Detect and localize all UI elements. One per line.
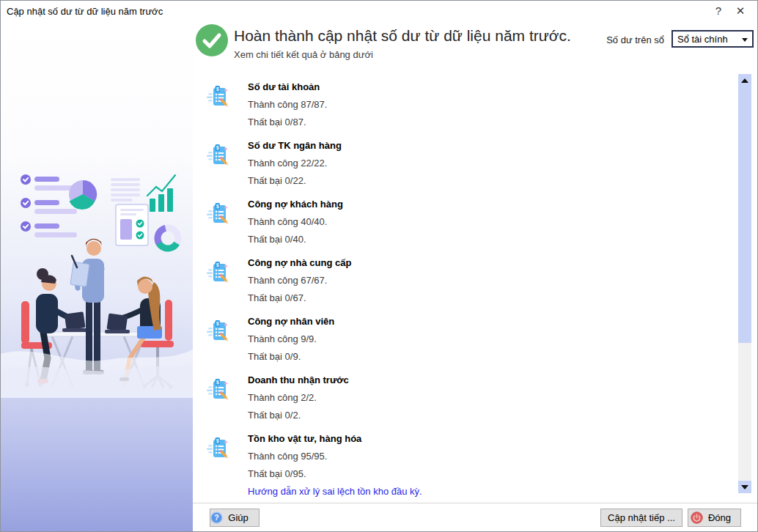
svg-text:$: $ xyxy=(216,262,219,268)
donut-chart-graphic xyxy=(154,224,182,252)
result-success: Thành công 2/2. xyxy=(248,389,349,407)
window-help-button[interactable]: ? xyxy=(710,3,726,19)
result-item-account-balance: $ Số dư tài khoản Thành công 87/87. Thất… xyxy=(206,78,735,131)
book-balance-label: Số dư trên sổ xyxy=(606,34,664,45)
bar-chart-graphic xyxy=(147,175,175,212)
report-card-graphic xyxy=(116,204,148,245)
triangle-down-icon xyxy=(741,485,748,489)
window-title: Cập nhật số dư từ dữ liệu năm trước xyxy=(7,6,163,17)
result-title: Công nợ nhân viên xyxy=(248,313,334,330)
document-edit-icon: $ xyxy=(206,377,231,402)
result-item-employee-debt: $ Công nợ nhân viên Thành công 9/9. Thất… xyxy=(206,313,735,366)
footer-bar: ? Giúp Cập nhật tiếp ... Đóng xyxy=(193,503,757,531)
result-fail: Thất bại 0/2. xyxy=(248,407,349,424)
document-edit-icon: $ xyxy=(206,319,231,344)
scrollbar-thumb[interactable] xyxy=(738,86,751,343)
result-fail: Thất bại 0/67. xyxy=(248,289,351,307)
result-success: Thành công 87/87. xyxy=(248,96,327,114)
scroll-down-button[interactable] xyxy=(738,481,751,493)
result-item-deferred-revenue: $ Doanh thu nhận trước Thành công 2/2. T… xyxy=(206,372,735,424)
continue-update-button[interactable]: Cập nhật tiếp ... xyxy=(600,509,682,527)
dialog-window: Cập nhật số dư từ dữ liệu năm trước ? ✕ xyxy=(0,0,758,532)
result-title: Số dư TK ngân hàng xyxy=(248,137,342,155)
pie-chart-graphic xyxy=(69,180,97,210)
document-edit-icon: $ xyxy=(206,84,231,109)
document-edit-icon: $ xyxy=(206,260,231,285)
result-fail: Thất bại 0/87. xyxy=(248,114,327,131)
svg-text:$: $ xyxy=(216,438,219,444)
checklist-graphic xyxy=(21,174,77,237)
close-button[interactable]: Đóng xyxy=(688,509,741,527)
result-item-bank-balance: $ Số dư TK ngân hàng Thành công 22/22. T… xyxy=(206,137,735,190)
completion-title: Hoàn thành cập nhật số dư từ dữ liệu năm… xyxy=(234,27,571,45)
result-success: Thành công 67/67. xyxy=(248,272,351,289)
svg-text:$: $ xyxy=(216,321,219,327)
vertical-scrollbar[interactable] xyxy=(738,74,751,493)
result-fail: Thất bại 0/40. xyxy=(248,231,343,248)
result-title: Số dư tài khoản xyxy=(248,78,327,96)
check-circle-icon xyxy=(196,24,228,56)
result-success: Thành công 40/40. xyxy=(248,213,343,231)
chevron-down-icon xyxy=(742,38,748,42)
scroll-up-button[interactable] xyxy=(738,74,751,86)
results-list: $ Số dư tài khoản Thành công 87/87. Thất… xyxy=(193,74,735,502)
result-item-inventory: $ Tồn kho vật tư, hàng hóa Thành công 95… xyxy=(206,430,735,500)
document-edit-icon: $ xyxy=(206,143,231,168)
result-item-customer-debt: $ Công nợ khách hàng Thành công 40/40. T… xyxy=(206,196,735,248)
result-fail: Thất bại 0/9. xyxy=(248,348,334,366)
result-title: Công nợ nhà cung cấp xyxy=(248,254,351,272)
document-edit-icon: $ xyxy=(206,202,231,226)
svg-text:$: $ xyxy=(216,204,219,210)
result-success: Thành công 22/22. xyxy=(248,155,342,172)
svg-text:?: ? xyxy=(215,514,219,522)
window-close-icon[interactable]: ✕ xyxy=(732,3,748,19)
svg-text:$: $ xyxy=(216,86,219,92)
triangle-up-icon xyxy=(741,78,748,83)
question-circle-icon: ? xyxy=(210,511,223,524)
result-title: Doanh thu nhận trước xyxy=(248,372,349,389)
continue-update-label: Cập nhật tiếp ... xyxy=(608,512,675,523)
person-center-graphic xyxy=(70,239,104,374)
help-button[interactable]: ? Giúp xyxy=(210,509,260,527)
result-success: Thành công 95/95. xyxy=(248,448,422,465)
power-icon xyxy=(691,511,703,524)
completion-subtitle: Xem chi tiết kết quả ở bảng dưới xyxy=(234,49,373,60)
main-content: Hoàn thành cập nhật số dư từ dữ liệu năm… xyxy=(193,21,757,531)
result-fail: Thất bại 0/22. xyxy=(248,172,342,190)
document-edit-icon: $ xyxy=(206,436,231,461)
result-title: Công nợ khách hàng xyxy=(248,196,343,213)
result-item-supplier-debt: $ Công nợ nhà cung cấp Thành công 67/67.… xyxy=(206,254,735,307)
inventory-help-link[interactable]: Hướng dẫn xử lý sai lệch tồn kho đầu kỳ. xyxy=(248,483,422,500)
teamwork-illustration xyxy=(1,169,193,398)
sidebar-illustration-panel xyxy=(1,21,193,531)
result-success: Thành công 9/9. xyxy=(248,330,334,348)
svg-text:$: $ xyxy=(216,380,219,385)
text-lines-graphic xyxy=(111,178,140,202)
close-button-label: Đóng xyxy=(708,512,731,523)
book-select-dropdown[interactable]: Sổ tài chính xyxy=(671,30,754,48)
book-select-value: Sổ tài chính xyxy=(677,34,728,45)
result-title: Tồn kho vật tư, hàng hóa xyxy=(248,430,422,448)
help-button-label: Giúp xyxy=(228,512,248,523)
titlebar: Cập nhật số dư từ dữ liệu năm trước ? ✕ xyxy=(1,1,757,21)
svg-text:$: $ xyxy=(216,145,219,151)
result-fail: Thất bại 0/95. xyxy=(248,465,422,483)
